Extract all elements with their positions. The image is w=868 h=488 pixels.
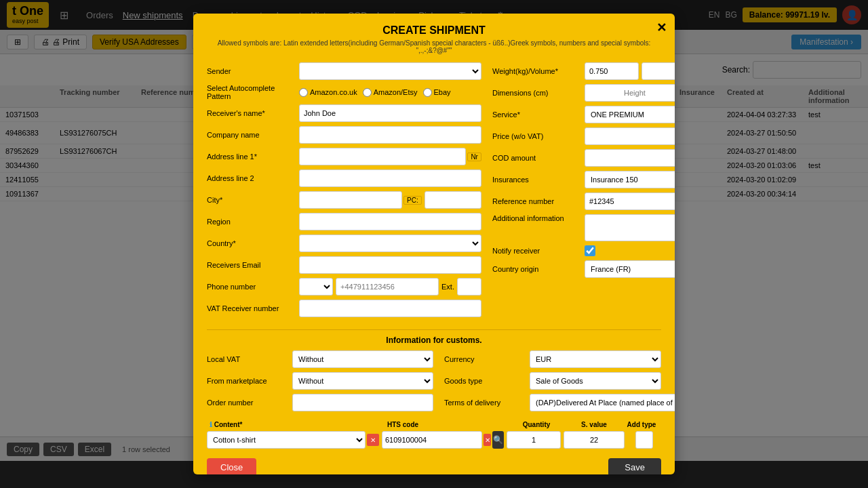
close-modal-button[interactable]: Close [207,458,256,461]
notify-label: Notify receiver [492,247,580,255]
region-input[interactable] [299,213,481,230]
currency-select[interactable]: EUR [530,350,661,368]
notify-row: Notify receiver [492,245,675,256]
country-label: Country* [207,239,295,247]
autocomplete-pattern-row: Select Autocomplete Pattern Amazon.co.uk… [207,84,481,100]
pattern-amazon-etsy[interactable]: Amazon/Etsy [363,88,418,97]
country-origin-select[interactable]: France (FR) [585,260,675,278]
modal-notice: Allowed symbols are: Latin extended lett… [207,39,661,54]
modal-close-icon[interactable]: ✕ [656,20,667,35]
sender-label: Sender [207,67,295,75]
price-row: Price (w/o VAT) [492,127,675,145]
terms-delivery-row: Terms of delivery (DAP)Delivered At Plac… [444,394,661,411]
reference-row: Reference number [492,192,675,210]
customs-title: Information for customs. [207,336,661,345]
pattern-amazon-uk[interactable]: Amazon.co.uk [299,88,357,97]
sender-select[interactable] [299,62,481,80]
local-vat-label: Local VAT [207,355,288,363]
items-header: ℹ Content* HTS code Quantity S. value Ad… [207,421,661,428]
item-hts-wrap: ✕ 🔍 [382,431,504,449]
hts-code-input[interactable] [382,431,482,449]
pattern-radio-group: Amazon.co.uk Amazon/Etsy Ebay [299,88,451,97]
from-marketplace-select[interactable]: Without [292,372,433,390]
vat-input[interactable] [299,300,481,317]
create-shipment-modal: ✕ CREATE SHIPMENT Allowed symbols are: L… [193,14,675,461]
save-button[interactable]: Save [608,458,661,461]
country-origin-row: Country origin France (FR) [492,260,675,278]
company-name-row: Company name [207,126,481,144]
phone-label: Phone number [207,283,295,291]
additional-info-row: Additional information [492,214,675,241]
hts-search-button[interactable]: 🔍 [492,431,504,449]
receiver-name-row: Receiver's name* [207,104,481,122]
email-input[interactable] [299,256,481,274]
address1-label: Address line 1* [207,152,295,161]
weight-input[interactable] [585,62,639,80]
item-svalue-input[interactable] [564,431,625,449]
phone-row: Phone number Ext. [207,278,481,296]
postcode-input[interactable] [425,191,481,209]
price-input[interactable] [585,127,675,145]
price-label: Price (w/o VAT) [492,132,580,140]
vat-row: VAT Receiver number [207,300,481,317]
volume-input[interactable] [642,62,675,80]
weight-label: Weight(kg)/Volume* [492,67,580,75]
phone-code-select[interactable] [299,278,333,296]
insurances-select[interactable]: Insurance 150 [585,171,675,188]
goods-type-select[interactable]: Sale of Goods [530,372,661,390]
local-vat-row: Local VAT Without [207,350,433,368]
dimensions-row: Dimensions (cm) [492,84,675,102]
region-row: Region [207,213,481,230]
currency-label: Currency [444,355,526,363]
insurances-label: Insurances [492,176,580,184]
height-input[interactable] [585,84,675,102]
cod-label: COD amount [492,154,580,162]
email-label: Receivers Email [207,261,295,269]
hts-clear-button[interactable]: ✕ [484,434,491,446]
content-clear-button[interactable]: ✕ [367,434,379,446]
country-origin-label: Country origin [492,265,580,273]
service-select[interactable]: ONE PREMIUM [585,106,675,123]
reference-input[interactable] [585,192,675,210]
modal-right-column: Weight(kg)/Volume* Dimensions (cm) [492,62,675,321]
items-section: ℹ Content* HTS code Quantity S. value Ad… [207,421,661,449]
terms-delivery-select[interactable]: (DAP)Delivered At Place (named place of … [530,394,675,411]
add-type-button[interactable] [635,431,653,449]
notify-checkbox[interactable] [585,245,595,256]
address1-row: Address line 1* Nr [207,148,481,165]
additional-info-textarea[interactable] [585,214,675,241]
reference-label: Reference number [492,197,580,205]
cod-row: COD amount EUR [492,149,675,167]
email-row: Receivers Email [207,256,481,274]
country-select[interactable] [299,235,481,252]
nr-badge: Nr [467,152,481,161]
additional-info-label: Additional information [492,214,580,222]
phone-input[interactable] [336,278,439,296]
content-info-icon: ℹ [210,421,212,428]
pattern-ebay[interactable]: Ebay [423,88,451,97]
city-label: City* [207,196,295,204]
modal-footer: Close Save [207,458,661,461]
modal-body: Sender Select Autocomplete Pattern Amazo… [207,62,661,321]
item-row: Cotton t-shirt ✕ ✕ 🔍 [207,431,661,449]
item-quantity-input[interactable] [507,431,561,449]
order-number-input[interactable] [292,394,433,411]
modal-left-column: Sender Select Autocomplete Pattern Amazo… [207,62,481,321]
receiver-name-input[interactable] [299,104,481,122]
company-name-input[interactable] [299,126,481,144]
sender-row: Sender [207,62,481,80]
receiver-name-label: Receiver's name* [207,109,295,117]
phone-ext-input[interactable] [457,278,481,296]
customs-body: Local VAT Without From marketplace Witho… [207,350,661,415]
address1-input[interactable] [299,148,466,165]
item-content-select[interactable]: Cotton t-shirt [207,431,366,449]
cod-input[interactable] [585,149,675,167]
local-vat-select[interactable]: Without [292,350,433,368]
from-marketplace-row: From marketplace Without [207,372,433,390]
from-marketplace-label: From marketplace [207,377,288,385]
city-row: City* PC: [207,191,481,209]
address2-input[interactable] [299,169,481,187]
address2-label: Address line 2 [207,174,295,182]
city-input[interactable] [299,191,402,209]
goods-type-label: Goods type [444,377,526,385]
